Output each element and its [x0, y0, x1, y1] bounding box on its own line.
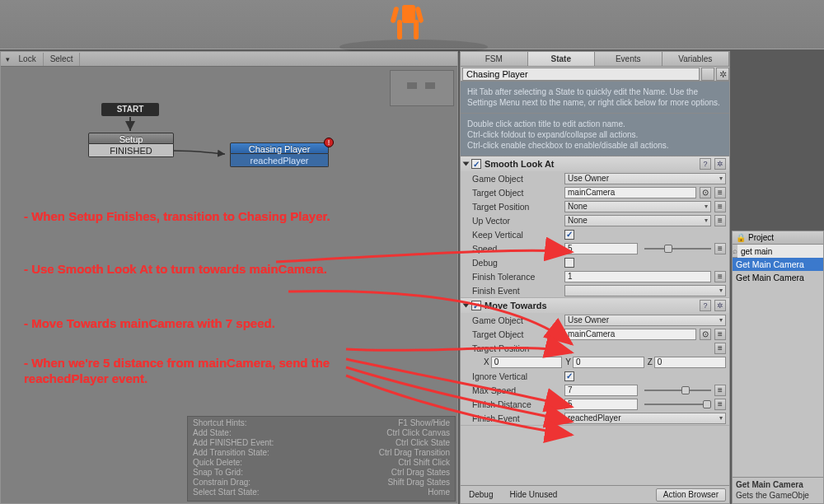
state-node-chasing-player[interactable]: ! Chasing Player reachedPlayer: [230, 142, 329, 167]
help-icon[interactable]: ?: [700, 158, 711, 170]
label: Target Object: [472, 329, 561, 339]
options-icon[interactable]: ≡: [714, 243, 726, 254]
game-object-dropdown[interactable]: Use Owner: [564, 315, 726, 326]
gear-icon[interactable]: ✲: [714, 300, 726, 311]
label: Game Object: [472, 174, 561, 184]
foldout-arrow-icon[interactable]: [463, 304, 470, 308]
label: Target Position: [472, 202, 561, 212]
label: Finish Distance: [472, 399, 561, 409]
state-node-setup[interactable]: Setup FINISHED: [88, 133, 174, 157]
project-title: Project: [748, 231, 774, 244]
hide-unused-label: Hide Unused: [509, 490, 557, 499]
project-item[interactable]: Get Main Camera: [733, 271, 823, 284]
label: Ignore Vertical: [472, 371, 561, 381]
finish-distance-slider[interactable]: [644, 399, 711, 410]
lock-icon[interactable]: 🔒: [736, 231, 746, 244]
max-speed-slider[interactable]: [644, 385, 711, 396]
options-icon[interactable]: ≡: [714, 329, 726, 340]
project-header[interactable]: 🔒 Project: [733, 231, 823, 245]
state-help-text: Hit Tab after selecting a State to quick…: [461, 82, 729, 114]
finish-event-dropdown[interactable]: [564, 285, 726, 296]
state-title: Setup: [88, 133, 174, 144]
state-name-input[interactable]: [462, 68, 700, 81]
game-object-dropdown[interactable]: Use Owner: [564, 173, 726, 184]
project-panel: 🔒 Project ⌕ Get Main Camera Get Main Cam…: [732, 231, 824, 504]
ignore-vertical-checkbox[interactable]: [564, 371, 574, 381]
options-icon[interactable]: ≡: [714, 215, 726, 226]
minimap[interactable]: [390, 70, 454, 106]
enable-checkbox[interactable]: [471, 159, 481, 169]
fsm-toolbar: ▾ Lock Select: [1, 52, 457, 67]
label: Up Vector: [472, 216, 561, 226]
error-icon: !: [324, 138, 334, 147]
inspector-panel: FSM State Events Variables ✲ Hit Tab aft…: [460, 51, 730, 504]
project-item[interactable]: Get Main Camera: [733, 258, 823, 271]
action-title: Smooth Look At: [485, 159, 696, 169]
target-object-field[interactable]: mainCamera: [564, 187, 696, 198]
annotation-4: - When we're 5 distance from mainCamera,…: [24, 355, 370, 386]
axis-label: Y: [565, 357, 571, 366]
color-swatch[interactable]: [701, 68, 714, 81]
project-footer: Get Main Camera Gets the GameObje: [733, 477, 823, 503]
label: Speed: [472, 244, 561, 254]
finish-event-dropdown[interactable]: reachedPlayer: [564, 413, 726, 424]
action-move-towards: Move Towards ? ✲ Game ObjectUse Owner Ta…: [461, 298, 729, 426]
x-field[interactable]: 0: [491, 357, 563, 368]
lock-button[interactable]: Lock: [12, 53, 44, 66]
enable-checkbox[interactable]: [471, 301, 481, 310]
target-position-dropdown[interactable]: None: [564, 201, 711, 212]
action-help-text: Double click action title to edit action…: [461, 114, 729, 156]
project-search-input[interactable]: [737, 245, 824, 258]
speed-slider[interactable]: [644, 243, 711, 254]
label: Debug: [472, 258, 561, 268]
options-icon[interactable]: ≡: [714, 201, 726, 212]
speed-field[interactable]: 5: [564, 243, 638, 254]
finish-distance-field[interactable]: 5: [564, 399, 638, 410]
help-icon[interactable]: ?: [700, 300, 711, 311]
scene-viewport: [0, 0, 824, 49]
label: Game Object: [472, 315, 561, 325]
fsm-canvas[interactable]: START Setup FINISHED ! Chasing Player re…: [1, 67, 457, 503]
chevron-down-icon[interactable]: ▾: [6, 55, 12, 63]
y-field[interactable]: 0: [573, 357, 644, 368]
finish-tolerance-field[interactable]: 1: [564, 271, 711, 282]
debug-checkbox[interactable]: [564, 258, 574, 268]
options-icon[interactable]: ≡: [714, 385, 726, 396]
options-icon[interactable]: ≡: [714, 399, 726, 410]
tab-fsm[interactable]: FSM: [461, 52, 528, 66]
up-vector-dropdown[interactable]: None: [564, 215, 711, 226]
z-field[interactable]: 0: [654, 357, 726, 368]
target-object-field[interactable]: mainCamera: [564, 329, 696, 340]
action-title: Move Towards: [485, 301, 696, 310]
label: Target Object: [472, 188, 561, 198]
debug-label: Debug: [469, 490, 493, 499]
shortcut-hints: Shortcut Hints:F1 Show/Hide Add State:Ct…: [187, 416, 456, 502]
state-event[interactable]: reachedPlayer: [230, 154, 329, 167]
tab-variables[interactable]: Variables: [662, 52, 730, 66]
gear-icon[interactable]: ✲: [716, 68, 729, 81]
axis-label: Z: [648, 357, 653, 366]
tab-events[interactable]: Events: [595, 52, 662, 66]
project-search: ⌕: [733, 245, 823, 258]
action-header[interactable]: Move Towards ? ✲: [461, 298, 729, 313]
options-icon[interactable]: ≡: [714, 187, 726, 198]
gear-icon[interactable]: ✲: [714, 158, 726, 170]
options-icon[interactable]: ≡: [714, 271, 726, 282]
inspector-tabs: FSM State Events Variables: [461, 52, 729, 67]
select-button[interactable]: Select: [44, 53, 81, 66]
state-event[interactable]: FINISHED: [88, 144, 174, 157]
object-picker-icon[interactable]: ⊙: [700, 329, 711, 340]
options-icon[interactable]: ≡: [714, 343, 726, 354]
character-gizmo: [394, 0, 424, 40]
object-picker-icon[interactable]: ⊙: [700, 187, 711, 198]
label: Finish Tolerance: [472, 272, 561, 282]
action-browser-button[interactable]: Action Browser: [656, 488, 726, 502]
action-header[interactable]: Smooth Look At ? ✲: [461, 156, 729, 171]
action-smooth-look-at: Smooth Look At ? ✲ Game ObjectUse Owner …: [461, 156, 729, 298]
foldout-arrow-icon[interactable]: [463, 162, 470, 166]
keep-vertical-checkbox[interactable]: [564, 230, 574, 240]
max-speed-field[interactable]: 7: [564, 385, 638, 396]
annotation-1: - When Setup Finishes, transition to Cha…: [24, 208, 353, 224]
horizon-line: [0, 49, 824, 49]
tab-state[interactable]: State: [528, 52, 596, 66]
